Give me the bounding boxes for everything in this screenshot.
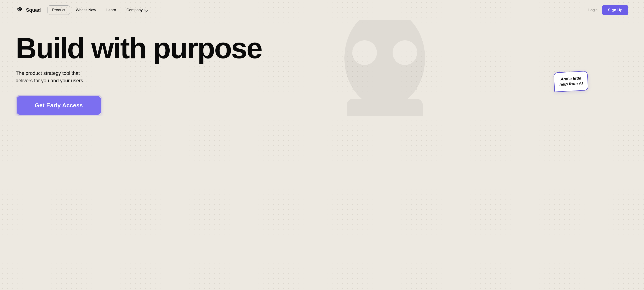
logo-text: Squad <box>26 7 41 13</box>
chevron-down-icon <box>144 8 148 12</box>
hero-subtext: The product strategy tool that delivers … <box>16 70 101 84</box>
nav-company[interactable]: Company <box>122 6 152 14</box>
squad-logo-icon <box>16 6 24 14</box>
ai-badge: And a little help from AI <box>553 71 588 92</box>
nav-whats-new[interactable]: What's New <box>71 6 100 14</box>
navbar: Squad Product What's New Learn Company L… <box>0 0 644 20</box>
hero-content: Build with purpose The product strategy … <box>16 34 628 116</box>
nav-right: Login Sign Up <box>588 5 628 15</box>
logo[interactable]: Squad <box>16 6 41 14</box>
signup-button[interactable]: Sign Up <box>602 5 628 15</box>
cta-wrapper: Get Early Access <box>16 95 102 116</box>
get-early-access-button[interactable]: Get Early Access <box>17 96 101 115</box>
hero-section: Build with purpose The product strategy … <box>0 20 644 116</box>
login-link[interactable]: Login <box>588 8 598 12</box>
nav-links: Product What's New Learn Company <box>48 6 588 15</box>
nav-product[interactable]: Product <box>48 6 70 15</box>
hero-headline: Build with purpose <box>16 34 307 63</box>
ai-badge-text: And a little help from AI <box>559 76 583 87</box>
nav-learn[interactable]: Learn <box>102 6 120 14</box>
